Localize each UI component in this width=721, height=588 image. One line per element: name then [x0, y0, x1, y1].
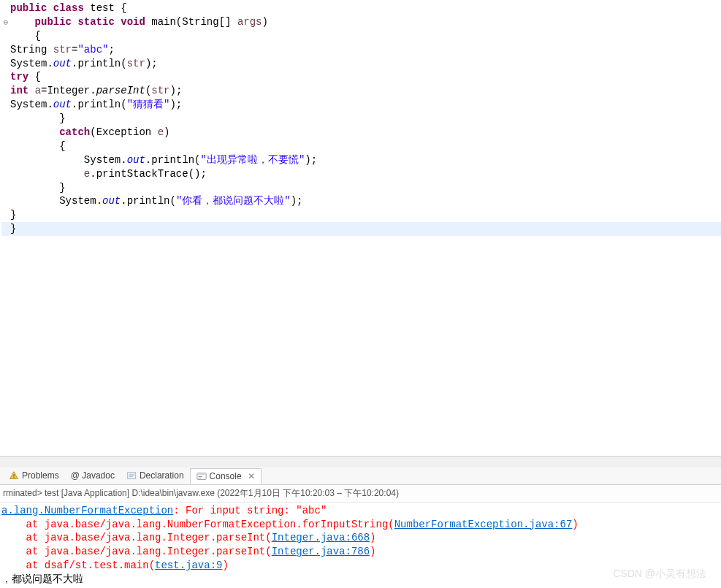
declaration-icon: [126, 470, 137, 481]
console-line: ，都说问题不大啦: [1, 573, 721, 587]
code-line[interactable]: }: [1, 208, 721, 222]
horizontal-scrollbar[interactable]: [0, 456, 721, 467]
console-output[interactable]: a.lang.NumberFormatException: For input …: [0, 503, 721, 588]
code-line[interactable]: }: [1, 181, 721, 195]
svg-rect-2: [13, 477, 14, 478]
code-line[interactable]: {: [1, 140, 721, 153]
code-line[interactable]: catch(Exception e): [1, 126, 721, 140]
gutter-space: [1, 114, 10, 125]
tab-problems-label: Problems: [22, 470, 59, 481]
gutter-space: [1, 31, 10, 42]
tab-declaration-label: Declaration: [140, 470, 184, 481]
gutter-space: [1, 142, 10, 153]
code-line[interactable]: System.out.println("猜猜看");: [1, 98, 721, 112]
code-line[interactable]: int a=Integer.parseInt(str);: [1, 84, 721, 98]
svg-rect-1: [13, 474, 14, 476]
svg-rect-10: [198, 478, 201, 478]
gutter-space: [1, 59, 10, 70]
gutter-space: [1, 72, 10, 83]
code-line[interactable]: e.printStackTrace();: [1, 167, 721, 181]
tab-declaration[interactable]: Declaration: [121, 468, 190, 483]
gutter-space: [1, 100, 10, 111]
code-line[interactable]: {: [1, 29, 721, 43]
tab-javadoc-label: @ Javadoc: [71, 470, 115, 481]
code-line[interactable]: }: [1, 112, 721, 126]
stack-trace-link[interactable]: test.java:9: [155, 560, 222, 571]
stack-trace-link[interactable]: NumberFormatException.java:67: [394, 519, 573, 530]
code-line[interactable]: try {: [1, 70, 721, 84]
tab-console-label: Console: [210, 471, 242, 481]
console-line: at dsaf/st.test.main(test.java:9): [1, 559, 721, 573]
code-line[interactable]: System.out.println("出现异常啦，不要慌");: [1, 153, 721, 167]
stack-trace-link[interactable]: a.lang.NumberFormatException: [1, 505, 173, 516]
svg-rect-8: [197, 473, 205, 476]
gutter-space: [1, 4, 10, 15]
code-editor[interactable]: public class test {⊖ public static void …: [0, 0, 721, 456]
gutter-space: [1, 196, 10, 207]
gutter-space: [1, 45, 10, 56]
code-line[interactable]: ⊖ public static void main(String[] args): [1, 15, 721, 29]
svg-rect-9: [198, 476, 202, 477]
console-header: rminated> test [Java Application] D:\ide…: [0, 485, 721, 503]
console-line: at java.base/java.lang.Integer.parseInt(…: [1, 545, 721, 559]
gutter-space: [1, 169, 10, 180]
tab-console[interactable]: Console ✕: [190, 468, 262, 484]
code-line[interactable]: System.out.println(str);: [1, 57, 721, 71]
console-icon: [197, 471, 207, 481]
gutter-space: [1, 210, 10, 221]
views-tab-bar: Problems @ Javadoc Declaration Console ✕: [0, 467, 721, 485]
gutter-space: [1, 156, 10, 167]
stack-trace-link[interactable]: Integer.java:668: [272, 532, 370, 543]
close-icon[interactable]: ✕: [245, 471, 255, 481]
console-line: at java.base/java.lang.Integer.parseInt(…: [1, 531, 721, 545]
gutter-space: [1, 86, 10, 97]
tab-javadoc[interactable]: @ Javadoc: [65, 468, 121, 483]
code-line[interactable]: }: [1, 222, 721, 236]
gutter-space: [1, 128, 10, 139]
code-line[interactable]: String str="abc";: [1, 43, 721, 57]
gutter-space: [1, 224, 10, 235]
warning-icon: [9, 470, 19, 481]
fold-icon[interactable]: ⊖: [1, 18, 10, 28]
console-line: at java.base/java.lang.NumberFormatExcep…: [1, 518, 721, 532]
gutter-space: [1, 183, 10, 194]
console-line: a.lang.NumberFormatException: For input …: [1, 504, 721, 518]
stack-trace-link[interactable]: Integer.java:786: [272, 546, 370, 557]
code-line[interactable]: System.out.println("你看，都说问题不大啦");: [1, 194, 721, 208]
tab-problems[interactable]: Problems: [3, 468, 65, 483]
code-line[interactable]: public class test {: [1, 1, 721, 15]
